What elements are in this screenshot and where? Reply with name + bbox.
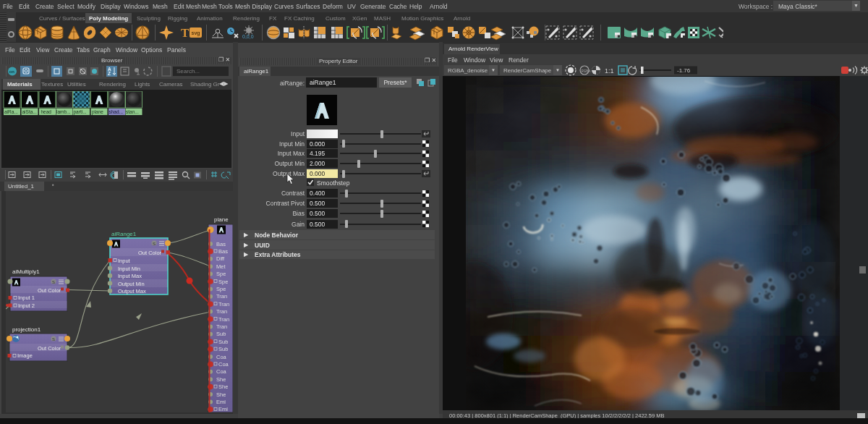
svg-text:aiRange1: aiRange1 xyxy=(111,231,137,237)
svg-text:Spe: Spe xyxy=(216,271,226,277)
svg-text:Emi: Emi xyxy=(216,399,226,405)
svg-text:projection1: projection1 xyxy=(12,326,41,333)
svg-text:T: T xyxy=(181,26,190,40)
svg-text:Output Min: Output Min xyxy=(118,281,145,287)
svg-text:0,0,0: 0,0,0 xyxy=(242,34,254,39)
svg-text:S: S xyxy=(52,337,55,342)
svg-text:Out Color: Out Color xyxy=(38,287,61,294)
svg-text:shad...: shad... xyxy=(109,109,124,114)
svg-text:stan...: stan... xyxy=(126,109,139,114)
svg-text:She: She xyxy=(218,383,228,390)
svg-text:Z: Z xyxy=(108,71,111,76)
svg-text:Tran: Tran xyxy=(216,323,227,330)
svg-text:Sub: Sub xyxy=(218,346,228,352)
svg-text:Coa: Coa xyxy=(216,354,227,360)
svg-text:on: on xyxy=(9,69,15,74)
svg-text:plane: plane xyxy=(214,216,229,223)
svg-text:aiSta...: aiSta... xyxy=(22,109,37,114)
svg-text:Spe: Spe xyxy=(216,286,226,292)
svg-text:Emi: Emi xyxy=(218,406,228,412)
svg-text:Sub: Sub xyxy=(218,339,228,345)
svg-text:parti...: parti... xyxy=(74,109,87,115)
svg-text:Coa: Coa xyxy=(216,368,227,375)
svg-text:Bas: Bas xyxy=(216,241,226,247)
svg-text:Out Color: Out Color xyxy=(38,345,61,352)
svg-text:Input 2: Input 2 xyxy=(18,302,35,309)
svg-text:She: She xyxy=(216,376,226,383)
svg-text:-1.76: -1.76 xyxy=(677,67,691,74)
svg-text:Out Color: Out Color xyxy=(138,250,162,256)
svg-text:svg: svg xyxy=(192,30,200,36)
svg-text:aiRa...: aiRa... xyxy=(4,109,18,114)
svg-text:Met: Met xyxy=(216,263,226,270)
svg-text:lamb...: lamb... xyxy=(56,109,71,114)
svg-text:She: She xyxy=(216,391,226,398)
svg-text:Input: Input xyxy=(118,258,131,264)
svg-text:Diff: Diff xyxy=(216,255,225,262)
svg-text:S: S xyxy=(153,242,156,246)
svg-text:Image: Image xyxy=(17,352,33,359)
svg-text:aiMultiply1: aiMultiply1 xyxy=(12,268,40,275)
svg-text:Sub: Sub xyxy=(216,331,226,337)
svg-text:S: S xyxy=(52,280,55,284)
svg-text:RGBA: RGBA xyxy=(582,69,591,73)
svg-text:Input Min: Input Min xyxy=(118,266,140,272)
svg-text:plane: plane xyxy=(92,109,103,115)
svg-text:Coa: Coa xyxy=(218,361,229,368)
svg-text:Input 1: Input 1 xyxy=(18,294,35,301)
svg-text:Tran: Tran xyxy=(216,293,227,300)
svg-text:Tran: Tran xyxy=(218,301,229,308)
svg-text:Tran: Tran xyxy=(218,316,229,323)
svg-text:Bas: Bas xyxy=(218,248,228,255)
svg-text:Spe: Spe xyxy=(218,279,228,285)
svg-text:Tran: Tran xyxy=(216,308,227,315)
svg-text:1:1: 1:1 xyxy=(605,67,614,75)
svg-text:Output Max: Output Max xyxy=(118,288,146,294)
svg-text:Input Max: Input Max xyxy=(118,273,142,279)
svg-text:Search...: Search... xyxy=(176,68,200,75)
svg-text:head: head xyxy=(41,109,52,114)
